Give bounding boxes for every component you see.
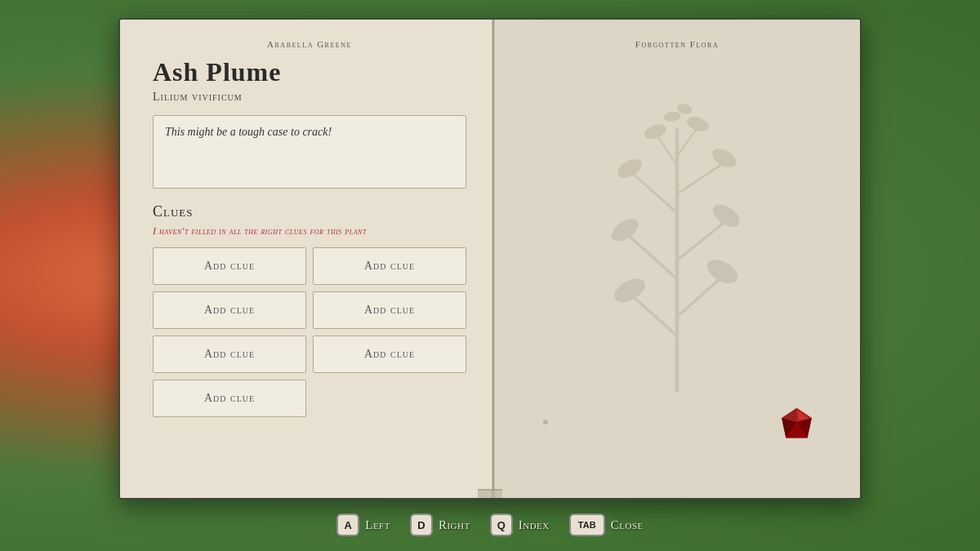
book-spine <box>492 20 495 498</box>
index-control: Q Index <box>490 513 550 536</box>
left-label: Left <box>365 518 390 532</box>
plant-title: Ash Plume <box>153 57 466 87</box>
page-bottom-tab <box>478 489 502 499</box>
svg-point-13 <box>614 155 644 181</box>
book: Arabella Greene Ash Plume Lilium vivific… <box>118 18 862 500</box>
clue-button-1[interactable]: Add clue <box>153 247 306 285</box>
svg-point-15 <box>643 122 669 142</box>
clues-warning: I haven't filled in all the right clues … <box>153 225 466 238</box>
svg-line-2 <box>677 279 719 317</box>
close-label: Close <box>611 518 644 532</box>
a-key: A <box>336 513 359 536</box>
clue-button-5[interactable]: Add clue <box>153 335 306 373</box>
ruby-gem <box>778 407 815 441</box>
right-label: Right <box>439 518 470 532</box>
svg-line-8 <box>677 130 696 156</box>
left-page-header: Arabella Greene <box>153 39 466 49</box>
svg-point-11 <box>608 215 642 246</box>
svg-point-16 <box>685 114 711 135</box>
plant-illustration <box>571 52 783 411</box>
clue-button-2[interactable]: Add clue <box>313 247 466 285</box>
plant-latin-name: Lilium vivificum <box>153 91 466 104</box>
q-key: Q <box>490 513 513 536</box>
svg-point-12 <box>709 200 743 231</box>
clue-button-6[interactable]: Add clue <box>313 335 466 373</box>
svg-line-1 <box>635 298 677 335</box>
d-key: D <box>410 513 433 536</box>
clue-grid: Add clue Add clue Add clue Add clue Add … <box>153 247 466 417</box>
left-page: Arabella Greene Ash Plume Lilium vivific… <box>120 20 494 498</box>
svg-line-7 <box>658 137 677 166</box>
svg-point-10 <box>703 255 742 288</box>
clues-heading: Clues <box>153 203 466 220</box>
svg-line-5 <box>635 176 677 213</box>
dot-decoration <box>543 420 548 424</box>
tab-key: TAB <box>569 513 605 536</box>
right-control: D Right <box>410 513 470 536</box>
close-control: TAB Close <box>569 513 644 536</box>
clue-button-7[interactable]: Add clue <box>153 380 306 417</box>
svg-line-3 <box>630 237 677 279</box>
svg-point-14 <box>709 145 739 171</box>
svg-line-6 <box>677 164 723 194</box>
svg-point-9 <box>610 273 649 307</box>
index-label: Index <box>519 518 550 532</box>
controls-bar: A Left D Right Q Index TAB Close <box>0 513 980 536</box>
clue-button-4[interactable]: Add clue <box>313 291 466 329</box>
right-page: Forgotten Flora <box>494 20 860 498</box>
clue-button-3[interactable]: Add clue <box>153 291 306 329</box>
svg-point-17 <box>663 110 682 122</box>
svg-line-4 <box>677 222 724 260</box>
left-control: A Left <box>336 513 390 536</box>
notes-text: This might be a tough case to crack! <box>153 115 466 189</box>
right-page-header: Forgotten Flora <box>635 39 719 49</box>
